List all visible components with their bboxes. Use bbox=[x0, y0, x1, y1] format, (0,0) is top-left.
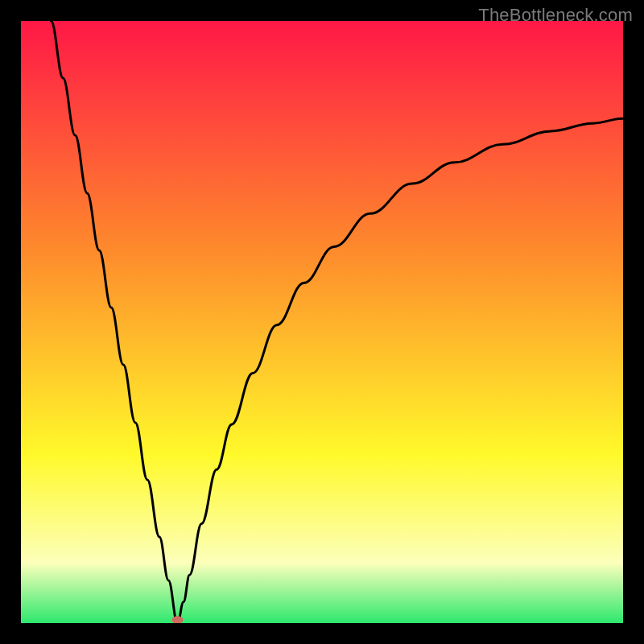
watermark-text: TheBottleneck.com bbox=[478, 5, 633, 26]
chart-frame bbox=[21, 21, 623, 623]
gradient-background bbox=[21, 21, 623, 623]
bottleneck-chart bbox=[21, 21, 623, 623]
